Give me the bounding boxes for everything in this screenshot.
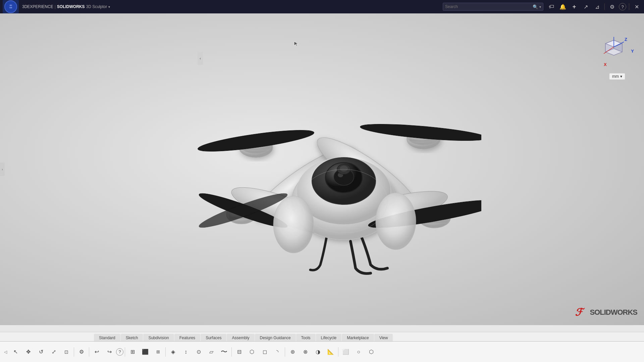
tag-icon[interactable]: 🏷 [547, 2, 556, 11]
axis-labels: Z Y X [600, 37, 634, 70]
sep-4 [165, 347, 166, 357]
select-button[interactable]: ↖ [9, 346, 21, 358]
bottom-toolbar: ◁ ↖ ✥ ↺ ⤢ ⊡ ⚙ ↩ ↪ ? ⊞ ⬛ ⊞ ◈ ↕ ⊙ ▱ 〜 ⊟ ⬡ … [0, 341, 644, 362]
toolbar-left-toggle[interactable]: ◁ [2, 346, 9, 358]
redo-button[interactable]: ↪ [103, 346, 115, 358]
tab-subdivision[interactable]: Subdivision [143, 334, 174, 342]
plane-button[interactable]: ▱ [205, 346, 217, 358]
x-axis-label: X [604, 62, 607, 67]
svg-point-34 [273, 196, 314, 253]
sep-1 [74, 347, 74, 357]
fillet-button[interactable]: ◝ [271, 346, 283, 358]
module-label: 3D Sculptor [86, 4, 107, 9]
tools-icon[interactable]: ⚙ [607, 2, 617, 11]
rotate-button[interactable]: ↺ [35, 346, 47, 358]
top-toolbar: 3DVR 3DEXPERIENCE | SOLIDWORKS 3D Sculpt… [0, 0, 644, 13]
unit-selector[interactable]: mm ▾ [609, 73, 625, 80]
sep-7 [338, 347, 338, 357]
tab-standard[interactable]: Standard [94, 334, 120, 342]
cube-svg [600, 34, 627, 60]
app-title: 3DEXPERIENCE | SOLIDWORKS 3D Sculptor ▾ [22, 4, 110, 9]
left-panel-toggle[interactable]: › [0, 163, 5, 176]
undo-button[interactable]: ↩ [91, 346, 103, 358]
mesh-button[interactable]: ⊛ [286, 346, 299, 358]
svg-text:ℱ: ℱ [575, 307, 585, 318]
subdivide-button[interactable]: ◈ [167, 346, 179, 358]
grid-toggle-button[interactable]: ⊞ [126, 346, 139, 358]
inflate-button[interactable]: ⊙ [193, 346, 205, 358]
sw-text-works: WORKS [611, 308, 637, 316]
tab-view[interactable]: View [374, 334, 393, 342]
tab-design-guidance[interactable]: Design Guidance [255, 334, 296, 342]
title-separator: | [55, 4, 56, 9]
tab-tools[interactable]: Tools [296, 334, 316, 342]
svg-point-35 [376, 193, 416, 250]
extrude-button[interactable]: ⬡ [246, 346, 258, 358]
module-dropdown-icon[interactable]: ▾ [108, 5, 110, 9]
drone-model-svg [179, 70, 481, 278]
settings-button[interactable]: ⚙ [75, 346, 88, 358]
tab-bar: Standard Sketch Subdivision Features Sur… [0, 332, 644, 341]
toolbar-separator-2 [629, 3, 629, 10]
sep-5 [231, 347, 232, 357]
sw-logo-svg: ℱ [574, 306, 588, 318]
sep-2 [89, 347, 89, 357]
3d-viewport[interactable]: › Z Y X ‹ [0, 13, 644, 325]
tab-sketch[interactable]: Sketch [121, 334, 143, 342]
toolbar-separator [604, 3, 605, 10]
help-tool-button[interactable]: ? [116, 348, 123, 356]
wireframe-button[interactable]: ⊞ [152, 346, 164, 358]
tab-features[interactable]: Features [174, 334, 200, 342]
sw-text-solid: SOLID [590, 308, 610, 316]
cube-view-button[interactable]: ⬛ [139, 346, 151, 358]
sep-6 [285, 347, 285, 357]
tab-marketplace[interactable]: Marketplace [342, 334, 374, 342]
orientation-cube[interactable]: Z Y X ‹ mm [597, 37, 637, 80]
share-icon[interactable]: ↗ [581, 2, 590, 11]
search-bar: 🔍 ▾ [443, 3, 543, 11]
push-pull-button[interactable]: ↕ [180, 346, 192, 358]
search-icon[interactable]: 🔍 [533, 4, 538, 9]
svg-point-18 [340, 166, 348, 172]
tab-assembly[interactable]: Assembly [227, 334, 254, 342]
mirror-button[interactable]: ⊡ [60, 346, 72, 358]
cylinder-button[interactable]: ⬡ [365, 346, 377, 358]
sw-brand-text: SOLIDWORKS [590, 308, 637, 317]
tab-lifecycle[interactable]: Lifecycle [316, 334, 342, 342]
add-icon[interactable]: + [570, 2, 579, 11]
app-logo[interactable]: 3DVR [3, 0, 19, 13]
material-button[interactable]: ◑ [312, 346, 324, 358]
broadcast-icon[interactable]: ⊿ [592, 2, 602, 11]
brand-label: SOLIDWORKS [57, 4, 85, 9]
help-icon[interactable]: ? [619, 3, 626, 10]
path-button[interactable]: 〜 [218, 346, 230, 358]
move-button[interactable]: ✥ [22, 346, 34, 358]
close-icon[interactable]: ✕ [632, 2, 641, 11]
measure-button[interactable]: 📐 [325, 346, 337, 358]
sphere-button[interactable]: ○ [353, 346, 365, 358]
solidworks-watermark: ℱ SOLIDWORKS [574, 306, 637, 318]
tab-surfaces[interactable]: Surfaces [201, 334, 226, 342]
wrap-button[interactable]: ⊗ [299, 346, 311, 358]
scale-button[interactable]: ⤢ [48, 346, 60, 358]
box-button[interactable]: ⬜ [340, 346, 352, 358]
unit-value: mm [612, 74, 619, 79]
drone-model-container [67, 30, 594, 318]
symmetry-button[interactable]: ⊟ [233, 346, 245, 358]
shell-button[interactable]: ◻ [259, 346, 271, 358]
sep-3 [125, 347, 125, 357]
search-dropdown-icon[interactable]: ▾ [539, 5, 541, 9]
y-axis-label: Y [631, 49, 634, 54]
unit-dropdown-icon: ▾ [620, 74, 622, 79]
experience-label: 3DEXPERIENCE [22, 4, 53, 9]
cube-graphic[interactable] [600, 34, 627, 60]
search-input[interactable] [445, 4, 531, 9]
panel-collapse-button[interactable]: ‹ [198, 52, 203, 65]
notifications-icon[interactable]: 🔔 [558, 2, 568, 11]
